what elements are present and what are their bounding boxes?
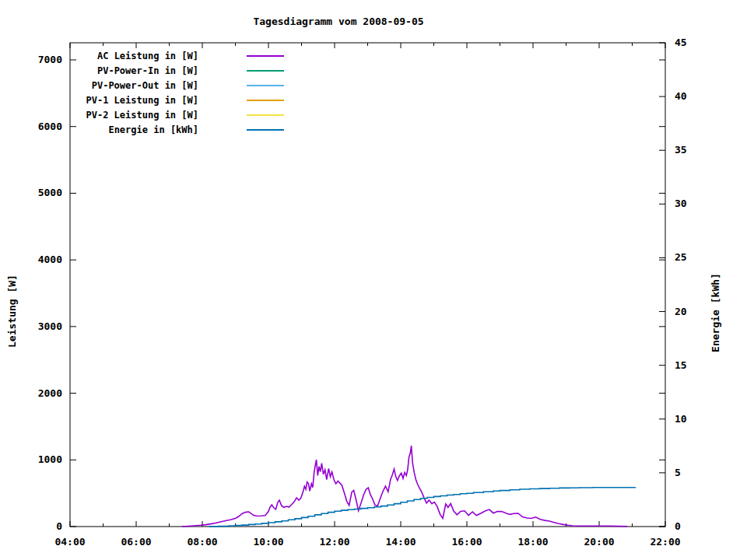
legend-line-sample-pv1: [247, 100, 284, 101]
legend-label: PV-1 Leistung in [W]: [74, 95, 198, 106]
x-tick-label: 12:00: [319, 536, 349, 548]
x-tick-label: 16:00: [451, 536, 482, 548]
x-tick-label: 18:00: [517, 536, 548, 548]
y-left-tick-label: 1000: [38, 453, 62, 465]
legend-item-pv2-leistung: PV-2 Leistung in [W]: [74, 107, 284, 122]
legend-line-sample-pv-in: [247, 70, 284, 72]
legend-label: Energie in [kWh]: [74, 124, 198, 135]
legend-item-pv1-leistung: PV-1 Leistung in [W]: [74, 93, 284, 107]
y-left-tick-label: 3000: [38, 320, 62, 332]
y-right-tick-label: 40: [675, 90, 687, 102]
x-tick-label: 22:00: [650, 536, 680, 548]
y-left-tick-label: 7000: [38, 54, 62, 65]
legend-label: PV-Power-In in [W]: [74, 65, 198, 76]
y-left-tick-label: 2000: [38, 387, 62, 399]
legend-line-sample-ac: [247, 55, 284, 57]
legend-line-sample-pv2: [247, 114, 284, 116]
y-left-tick-label: 0: [56, 520, 62, 532]
legend-item-pv-power-out: PV-Power-Out in [W]: [74, 78, 284, 93]
legend-line-sample-energie: [247, 129, 284, 131]
y-right-tick-label: 20: [675, 306, 687, 317]
legend-label: AC Leistung in [W]: [74, 51, 198, 61]
series-line-ac-leistung: [182, 446, 628, 527]
legend-label: PV-2 Leistung in [W]: [74, 110, 198, 121]
y-right-tick-label: 15: [675, 359, 687, 371]
legend-item-pv-power-in: PV-Power-In in [W]: [74, 63, 284, 78]
legend-label: PV-Power-Out in [W]: [74, 80, 198, 91]
y-left-tick-label: 4000: [38, 254, 62, 265]
chart-legend: AC Leistung in [W] PV-Power-In in [W] PV…: [74, 48, 284, 137]
x-tick-label: 06:00: [121, 536, 151, 548]
legend-item-ac-leistung: AC Leistung in [W]: [74, 48, 284, 63]
y-right-tick-label: 10: [675, 413, 687, 425]
y-right-tick-label: 5: [675, 467, 681, 478]
y-right-tick-label: 45: [675, 37, 687, 48]
y-left-tick-label: 5000: [38, 187, 62, 198]
y-left-tick-label: 6000: [38, 121, 62, 132]
x-tick-label: 10:00: [253, 536, 283, 548]
y-right-tick-label: 30: [675, 198, 687, 209]
legend-item-energie: Energie in [kWh]: [74, 122, 284, 137]
y-right-tick-label: 0: [675, 520, 681, 532]
x-tick-label: 08:00: [187, 536, 217, 548]
y-right-tick-label: 35: [675, 144, 687, 156]
chart-page: Tagesdiagramm vom 2008-09-05 Leistung [W…: [0, 0, 747, 560]
x-tick-label: 04:00: [54, 536, 85, 548]
x-tick-label: 20:00: [584, 536, 614, 548]
legend-line-sample-pv-out: [247, 85, 284, 86]
x-tick-label: 14:00: [385, 536, 416, 548]
y-right-tick-label: 25: [675, 251, 687, 263]
